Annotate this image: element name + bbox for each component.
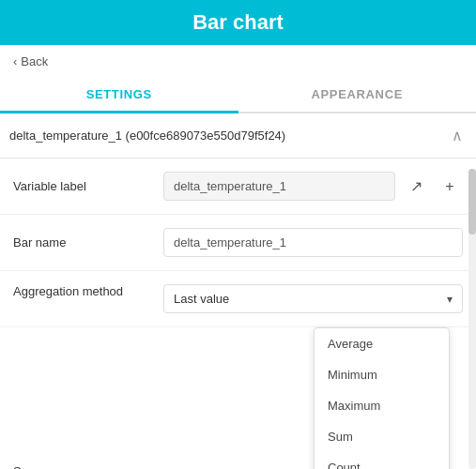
section-header: delta_temperature_1 (e00fce689073e550d79… — [0, 113, 476, 159]
bar-name-label: Bar name — [13, 235, 163, 250]
tab-bar: SETTINGS APPEARANCE — [0, 78, 476, 113]
bar-name-input[interactable] — [163, 228, 463, 257]
aggregation-method-menu: Average Minimum Maximum Sum Count Last v… — [314, 327, 450, 469]
external-link-icon[interactable]: ↗ — [403, 174, 429, 200]
form-section: Variable label ↗ + Bar name Aggregation … — [0, 159, 476, 469]
option-minimum[interactable]: Minimum — [315, 359, 449, 390]
variable-label-input[interactable] — [163, 172, 395, 201]
back-bar[interactable]: ‹ Back — [0, 45, 476, 78]
option-maximum[interactable]: Maximum — [315, 390, 449, 421]
option-average[interactable]: Average — [315, 328, 449, 359]
tab-appearance[interactable]: APPEARANCE — [238, 78, 477, 112]
header: Bar chart — [0, 0, 476, 45]
option-count[interactable]: Count — [315, 452, 449, 469]
add-icon[interactable]: + — [437, 174, 463, 200]
section-title: delta_temperature_1 (e00fce689073e550d79… — [9, 129, 285, 143]
aggregation-method-label: Aggregation method — [13, 284, 163, 298]
collapse-icon[interactable]: ∧ — [452, 127, 463, 144]
aggregation-method-selected: Last value — [174, 292, 229, 306]
back-arrow-icon: ‹ — [13, 54, 17, 68]
variable-label-label: Variable label — [13, 179, 163, 193]
page-title: Bar chart — [192, 10, 284, 35]
back-label[interactable]: Back — [21, 54, 48, 68]
scrollbar-track[interactable] — [468, 169, 476, 469]
scrollbar-thumb[interactable] — [468, 169, 476, 234]
span-label: Span — [13, 464, 163, 469]
aggregation-method-dropdown[interactable]: Last value ▾ — [163, 284, 463, 313]
aggregation-method-row: Aggregation method Last value ▾ Average … — [0, 271, 476, 327]
option-sum[interactable]: Sum — [315, 421, 449, 452]
variable-label-value: ↗ + — [163, 172, 463, 201]
tab-settings[interactable]: SETTINGS — [0, 78, 238, 113]
variable-label-row: Variable label ↗ + — [0, 159, 476, 215]
bar-name-row: Bar name — [0, 215, 476, 271]
bar-name-value — [163, 228, 463, 257]
dropdown-arrow-icon: ▾ — [447, 293, 453, 306]
